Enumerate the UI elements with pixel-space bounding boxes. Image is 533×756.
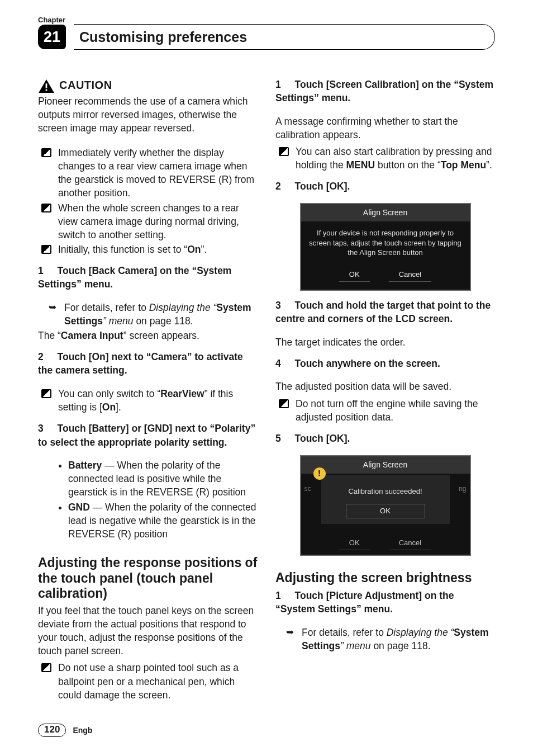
step-4-right: 4 Touch anywhere on the screen. [275,357,495,370]
align-screen-dialog-1: Align Screen If your device is not respo… [300,203,471,291]
step-text: Touch [OK]. [295,181,350,192]
left-column: CAUTION Pioneer recommends the use of a … [38,78,258,703]
note-list-2: You can only switch to “RearView” if thi… [38,387,258,414]
section-heading-calibration: Adjusting the response positions of the … [38,555,258,602]
list-item: Initially, this function is set to “On”. [57,243,258,256]
text: For details, refer to [64,302,149,313]
text: ”. [486,159,492,171]
page-footer: 120 Engb [38,724,92,737]
refer-list: For details, refer to Displaying the “Sy… [38,301,258,328]
text-bold: Battery [68,460,102,471]
bullet-list: Battery — When the polarity of the conne… [38,459,258,541]
step-3-left: 3 Touch [Battery] or [GND] next to “Pola… [38,422,258,448]
step-number: 2 [275,179,287,193]
caution-heading: CAUTION [38,78,258,93]
text: — When the polarity of the connected lea… [68,502,256,540]
caution-body: Pioneer recommends the use of a camera w… [38,94,258,135]
step-5-right: 5 Touch [OK]. [275,432,495,445]
language-label: Engb [73,726,92,735]
text-bold: Top Menu [441,159,486,171]
text-italic: Displaying the “ [387,627,454,638]
list-item: You can only switch to “RearView” if thi… [57,387,258,414]
align-screen-dialog-2: Align Screen sc ng ! Calibration succeed… [300,455,471,556]
text: You can only switch to “ [58,388,160,399]
step-text: Touch [Battery] or [GND] next to “Polari… [38,423,255,447]
text-bold: MENU [346,159,375,171]
dialog-buttons: OK Cancel [301,268,470,290]
step-text: Touch anywhere on the screen. [295,358,440,369]
bg-text-right: ng [459,484,466,494]
refer-list-b: For details, refer to Displaying the “Sy… [275,626,495,653]
text: Initially, this function is set to “ [58,244,187,255]
step-2-left: 2 Touch [On] next to “Camera” to activat… [38,350,258,377]
step-1-brightness: 1 Touch [Picture Adjustment] on the “Sys… [275,589,495,616]
text-bold: RearView [160,388,204,399]
cancel-button[interactable]: Cancel [389,536,431,550]
text: button on the “ [375,159,441,171]
dialog-body: If your device is not responding properl… [301,221,470,268]
page-number: 120 [38,724,66,737]
step-body-text: The adjusted position data will be saved… [275,380,495,393]
step-number: 4 [275,357,287,370]
list-item: Immediately verify whether the display c… [57,146,258,200]
list-item: Do not use a sharp pointed tool such as … [57,661,258,701]
step-body-text: The target indicates the order. [275,336,495,349]
step-number: 1 [275,78,287,91]
step-number: 1 [275,589,287,602]
step-text: Touch [On] next to “Camera” to activate … [38,351,243,376]
dialog-title: Align Screen [301,204,470,221]
list-item: When the whole screen changes to a rear … [57,201,258,242]
note-list-1: Immediately verify whether the display c… [38,146,258,256]
page: Chapter 21 Customising preferences CAUTI… [0,0,533,756]
bg-text-left: sc [304,484,311,494]
step-1-left: 1 Touch [Back Camera] on the “System Set… [38,264,258,291]
svg-rect-2 [46,89,47,91]
list-item: You can also start calibration by pressi… [294,145,495,172]
step-text: Touch [Back Camera] on the “System Setti… [38,265,231,290]
info-icon: ! [313,467,326,480]
list-item: Battery — When the polarity of the conne… [68,459,258,499]
note-list-r1: You can also start calibration by pressi… [275,145,495,172]
warning-icon [38,79,55,93]
content-columns: CAUTION Pioneer recommends the use of a … [38,78,495,703]
text-italic: Displaying the “ [149,302,217,313]
ok-button[interactable]: OK [346,504,425,518]
step-2-right: 2 Touch [OK]. [275,179,495,193]
step-text: Touch [OK]. [295,433,350,444]
header-row: 21 Customising preferences [38,24,495,50]
step-number: 3 [275,299,287,312]
chapter-number-chip: 21 [38,25,66,49]
text-italic: ” menu [340,640,370,651]
caution-label: CAUTION [59,78,112,93]
cancel-button[interactable]: Cancel [389,268,431,282]
ok-button[interactable]: OK [339,536,370,550]
text-bold: On [102,401,116,413]
step-text: Touch [Picture Adjustment] on the “Syste… [275,590,454,615]
right-column: 1 Touch [Screen Calibration] on the “Sys… [275,78,495,703]
note-list-3: Do not use a sharp pointed tool such as … [38,661,258,701]
text: on page 118. [134,315,193,327]
step-1-right: 1 Touch [Screen Calibration] on the “Sys… [275,78,495,105]
list-item: GND — When the polarity of the connected… [68,500,258,541]
step-number: 3 [38,422,49,435]
text: ]. [116,401,121,413]
dialog-bottom-buttons: OK Cancel [301,536,470,550]
step-body-text: A message confirming whether to start th… [275,115,495,141]
text: on page 118. [371,640,431,651]
list-item: For details, refer to Displaying the “Sy… [63,301,258,328]
text-bold: Camera Input [61,330,123,341]
text-bold: On [187,244,201,255]
text: ” screen appears. [123,330,199,341]
text-bold: GND [68,502,90,513]
step-1-tail: The “Camera Input” screen appears. [38,329,258,342]
chapter-title-pill: Customising preferences [74,24,495,50]
ok-button[interactable]: OK [339,268,370,282]
step-text: Touch [Screen Calibration] on the “Syste… [275,79,493,103]
step-3-right: 3 Touch and hold the target that point t… [275,299,495,325]
step-text: Touch and hold the target that point to … [275,300,491,324]
note-list-r4: Do not turn off the engine while saving … [275,397,495,424]
chapter-title: Customising preferences [79,29,247,45]
text: ”. [201,244,207,255]
section-body: If you feel that the touch panel keys on… [38,604,258,658]
step-number: 1 [38,264,49,277]
